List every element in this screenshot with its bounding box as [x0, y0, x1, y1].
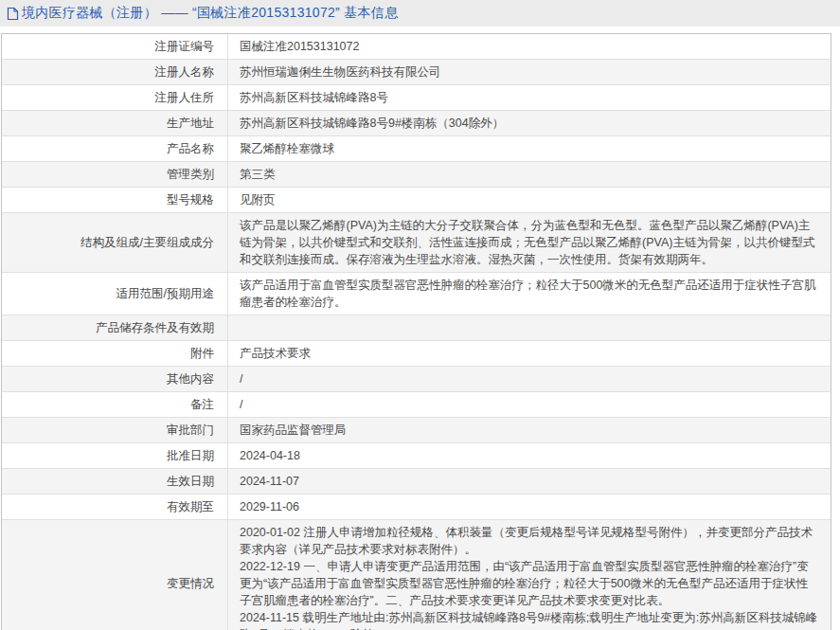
row-value: 产品技术要求 [228, 341, 831, 367]
row-value [228, 315, 831, 341]
table-row: 备注/ [2, 392, 831, 418]
table-row: 适用范围/预期用途该产品适用于富血管型实质型器官恶性肿瘤的栓塞治疗；粒径大于50… [2, 273, 831, 315]
row-label: 适用范围/预期用途 [2, 273, 228, 315]
row-label: 产品名称 [2, 136, 228, 162]
row-label: 注册人名称 [2, 60, 228, 85]
table-row: 审批部门国家药品监督管理局 [2, 418, 831, 443]
table-row: 产品储存条件及有效期 [2, 315, 831, 341]
row-label: 型号规格 [2, 188, 228, 213]
row-value: 见附页 [228, 188, 831, 213]
table-row: 生产地址苏州高新区科技城锦峰路8号9#楼南栋（304除外） [2, 111, 831, 136]
row-value: 2024-04-18 [228, 443, 831, 469]
row-label: 有效期至 [2, 495, 228, 520]
row-value: 苏州恒瑞迦俐生生物医药科技有限公司 [228, 60, 831, 85]
row-value: 2020-01-02 注册人申请增加粒径规格、体积装量（变更后规格型号详见规格型… [228, 520, 831, 630]
row-label: 注册证编号 [2, 34, 228, 60]
table-row: 其他内容/ [2, 367, 831, 392]
row-label: 附件 [2, 341, 228, 367]
row-value: 聚乙烯醇栓塞微球 [228, 136, 831, 162]
row-value: 该产品是以聚乙烯醇(PVA)为主链的大分子交联聚合体，分为蓝色型和无色型。蓝色型… [228, 213, 831, 273]
table-row: 注册人住所苏州高新区科技城锦峰路8号 [2, 85, 831, 111]
row-label: 注册人住所 [2, 85, 228, 111]
row-value: 该产品适用于富血管型实质型器官恶性肿瘤的栓塞治疗；粒径大于500微米的无色型产品… [228, 273, 831, 315]
row-value: 第三类 [228, 162, 831, 188]
row-value: 国家药品监督管理局 [228, 418, 831, 443]
row-value: / [228, 392, 831, 418]
table-row: 注册人名称苏州恒瑞迦俐生生物医药科技有限公司 [2, 60, 831, 85]
row-label: 备注 [2, 392, 228, 418]
registration-info-table: 注册证编号国械注准20153131072注册人名称苏州恒瑞迦俐生生物医药科技有限… [1, 33, 831, 630]
row-label: 批准日期 [2, 443, 228, 469]
page-header: 境内医疗器械（注册） —— “国械注准20153131072” 基本信息 [0, 0, 840, 27]
table-row: 批准日期2024-04-18 [2, 443, 831, 469]
row-label: 审批部门 [2, 418, 228, 443]
table-row: 管理类别第三类 [2, 162, 831, 188]
row-label: 生产地址 [2, 111, 228, 136]
row-label: 其他内容 [2, 367, 228, 392]
row-value: 苏州高新区科技城锦峰路8号9#楼南栋（304除外） [228, 111, 831, 136]
table-row: 附件产品技术要求 [2, 341, 831, 367]
table-row: 有效期至2029-11-06 [2, 495, 831, 520]
row-value: 苏州高新区科技城锦峰路8号 [228, 85, 831, 111]
row-label: 管理类别 [2, 162, 228, 188]
row-value: 2029-11-06 [228, 495, 831, 520]
row-value: 国械注准20153131072 [228, 34, 831, 60]
document-icon [7, 7, 19, 21]
table-row: 注册证编号国械注准20153131072 [2, 34, 831, 60]
row-value: 2024-11-07 [228, 469, 831, 495]
page-title: 境内医疗器械（注册） —— “国械注准20153131072” 基本信息 [22, 5, 398, 22]
row-value: / [228, 367, 831, 392]
table-row: 生效日期2024-11-07 [2, 469, 831, 495]
row-label: 产品储存条件及有效期 [2, 315, 228, 341]
table-row: 型号规格见附页 [2, 188, 831, 213]
table-row: 结构及组成/主要组成成分该产品是以聚乙烯醇(PVA)为主链的大分子交联聚合体，分… [2, 213, 831, 273]
row-label: 生效日期 [2, 469, 228, 495]
row-label: 结构及组成/主要组成成分 [2, 213, 228, 273]
row-label: 变更情况 [2, 520, 228, 630]
table-row: 产品名称聚乙烯醇栓塞微球 [2, 136, 831, 162]
table-row: 变更情况2020-01-02 注册人申请增加粒径规格、体积装量（变更后规格型号详… [2, 520, 831, 630]
